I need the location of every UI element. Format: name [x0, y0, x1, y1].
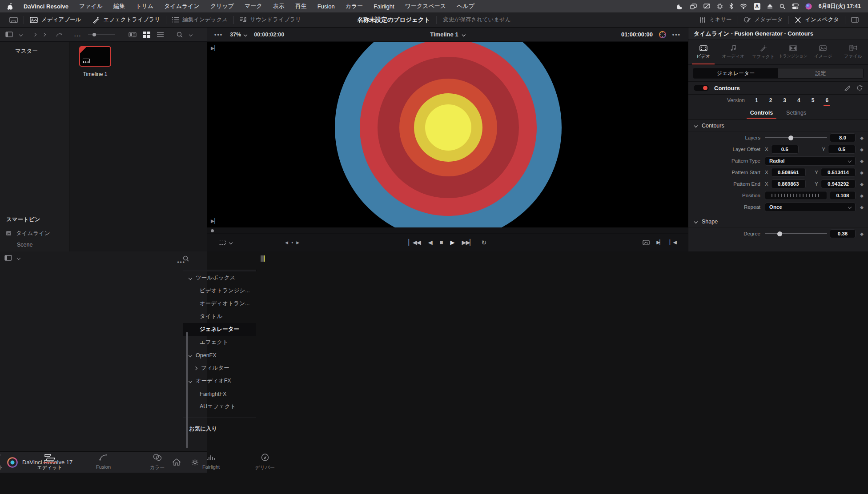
page-color[interactable]: カラー: [143, 454, 172, 471]
sidebar-item-titles[interactable]: タイトル: [183, 310, 256, 323]
chevron-down-icon[interactable]: [17, 256, 20, 259]
pattern-end-x-value[interactable]: 0.869863: [771, 179, 806, 188]
effects-library-toggle-button[interactable]: エフェクトライブラリ: [87, 12, 166, 27]
stop-button[interactable]: ■: [440, 239, 443, 246]
thumbnail-view-icon[interactable]: [143, 32, 150, 38]
tab-video[interactable]: ビデオ: [688, 40, 718, 64]
version-1[interactable]: 1: [754, 96, 759, 104]
tab-settings[interactable]: Settings: [785, 108, 807, 118]
sidebar-item-favorites[interactable]: お気に入り: [183, 422, 256, 435]
step-back-icon[interactable]: ◀: [285, 240, 288, 245]
mixer-toggle-button[interactable]: ミキサー: [694, 12, 738, 27]
pattern-end-y-value[interactable]: 0.943292: [821, 179, 856, 188]
chip-icon[interactable]: [717, 4, 723, 9]
play-button[interactable]: ▶: [450, 239, 454, 246]
wifi-icon[interactable]: [740, 4, 747, 9]
loop-button[interactable]: ↻: [482, 239, 487, 246]
pattern-start-keyframe-icon[interactable]: ◆: [859, 170, 864, 175]
section-contours[interactable]: Contours: [688, 120, 868, 132]
display-icon[interactable]: [703, 4, 710, 9]
menu-playback[interactable]: 再生: [295, 2, 307, 10]
menu-app-name[interactable]: DaVinci Resolve: [24, 3, 68, 10]
thumbnail-size-slider[interactable]: [88, 32, 115, 37]
effects-search-icon[interactable]: ••• ツールボックス ビデオトランジシ... オーディオトラン... タイトル…: [183, 255, 189, 262]
version-5[interactable]: 5: [811, 96, 816, 104]
menu-edit[interactable]: 編集: [113, 2, 125, 10]
pattern-start-y-value[interactable]: 0.513414: [821, 168, 856, 177]
page-cut[interactable]: カット: [0, 454, 10, 471]
timeline-thumbnail[interactable]: [79, 46, 111, 67]
sidebar-item-fairlightfx[interactable]: FairlightFX: [183, 387, 256, 400]
viewer-timeline-selector[interactable]: Timeline 1: [430, 31, 465, 38]
step-forward-icon[interactable]: ▶: [296, 240, 299, 245]
menu-color[interactable]: カラー: [346, 2, 363, 10]
viewer-scrub-bar[interactable]: [207, 227, 688, 234]
control-center-icon[interactable]: [792, 4, 799, 9]
sidebar-item-audiofx[interactable]: オーディオFX: [183, 374, 256, 387]
metadata-view-icon[interactable]: [129, 32, 137, 37]
viewer-options-icon[interactable]: •••: [214, 32, 223, 38]
back-icon[interactable]: [33, 32, 36, 36]
layers-slider[interactable]: [765, 137, 827, 138]
tab-image[interactable]: イメージ: [808, 40, 838, 64]
chevron-down-icon[interactable]: [19, 32, 23, 36]
layers-value[interactable]: 8.0: [830, 133, 856, 142]
menu-workspace[interactable]: ワークスペース: [405, 2, 446, 10]
forward-icon[interactable]: [42, 32, 46, 36]
do-not-disturb-icon[interactable]: [677, 3, 683, 9]
menu-timeline[interactable]: タイムライン: [164, 2, 200, 10]
sidebar-item-au-effects[interactable]: AUエフェクト: [183, 400, 256, 413]
menu-file[interactable]: ファイル: [79, 2, 103, 10]
last-frame-button[interactable]: ▶▶▏: [462, 239, 474, 246]
position-keyframe-icon[interactable]: ◆: [859, 193, 864, 198]
layer-offset-x-value[interactable]: 0.5: [771, 145, 799, 154]
bin-list-toggle-icon[interactable]: [5, 32, 13, 37]
position-value[interactable]: 0.108: [830, 191, 856, 200]
panel-toggle-icon[interactable]: [4, 255, 12, 261]
effects-list-scrollbar[interactable]: [186, 332, 188, 448]
page-fairlight[interactable]: Fairlight: [197, 454, 225, 471]
degree-keyframe-icon[interactable]: ◆: [859, 231, 864, 236]
metadata-toggle-button[interactable]: メタデータ: [738, 12, 789, 27]
apple-menu-icon[interactable]: [7, 3, 13, 10]
sidebar-item-openfx[interactable]: OpenFX: [183, 349, 256, 362]
media-pool-toggle-button[interactable]: メディアプール: [24, 12, 87, 27]
section-shape[interactable]: Shape: [688, 215, 868, 228]
smart-bin-timelines[interactable]: タイムライン: [5, 230, 50, 237]
degree-slider[interactable]: [765, 233, 827, 234]
menu-fusion[interactable]: Fusion: [317, 3, 335, 10]
pattern-type-dropdown[interactable]: Radial: [765, 156, 856, 166]
first-frame-button[interactable]: ▏◀◀: [409, 239, 421, 246]
sidebar-item-effects[interactable]: エフェクト: [183, 336, 256, 349]
layers-slider-knob[interactable]: [788, 135, 793, 140]
version-6[interactable]: 6: [824, 96, 829, 104]
in-out-range-icon[interactable]: [219, 240, 226, 245]
menu-clip[interactable]: クリップ: [210, 2, 234, 10]
bluetooth-icon[interactable]: [729, 3, 733, 9]
layer-offset-keyframe-icon[interactable]: ◆: [859, 147, 864, 152]
tab-transition[interactable]: トランジション: [778, 40, 808, 64]
tab-effects[interactable]: エフェクト: [748, 40, 778, 64]
match-frame-button[interactable]: ▏◀: [670, 239, 676, 245]
search-icon[interactable]: [177, 32, 183, 38]
usage-filter-icon[interactable]: [56, 32, 62, 37]
page-deliver[interactable]: デリバー: [251, 454, 279, 471]
tab-controls[interactable]: Controls: [749, 108, 774, 118]
smart-bin-scene[interactable]: Scene: [17, 242, 32, 248]
color-wheel-icon[interactable]: [659, 31, 666, 38]
layer-offset-y-value[interactable]: 0.5: [828, 145, 856, 154]
play-reverse-button[interactable]: ◀: [428, 239, 432, 246]
effects-more-icon[interactable]: •••: [177, 259, 185, 265]
jog-dot-icon[interactable]: ●: [291, 241, 293, 244]
reset-icon[interactable]: [856, 85, 863, 91]
position-scrubber[interactable]: [765, 191, 827, 200]
version-4[interactable]: 4: [796, 96, 801, 104]
tab-file[interactable]: ファイル: [838, 40, 868, 64]
chevron-down-icon[interactable]: [229, 240, 233, 244]
layers-keyframe-icon[interactable]: ◆: [859, 135, 864, 140]
page-edit[interactable]: エディット: [36, 454, 64, 471]
page-fusion[interactable]: Fusion: [89, 454, 118, 471]
menubar-clock[interactable]: 6月8日(火) 17:41: [819, 3, 861, 10]
fit-viewer-icon[interactable]: [643, 240, 650, 245]
input-source-icon[interactable]: A: [754, 3, 760, 10]
